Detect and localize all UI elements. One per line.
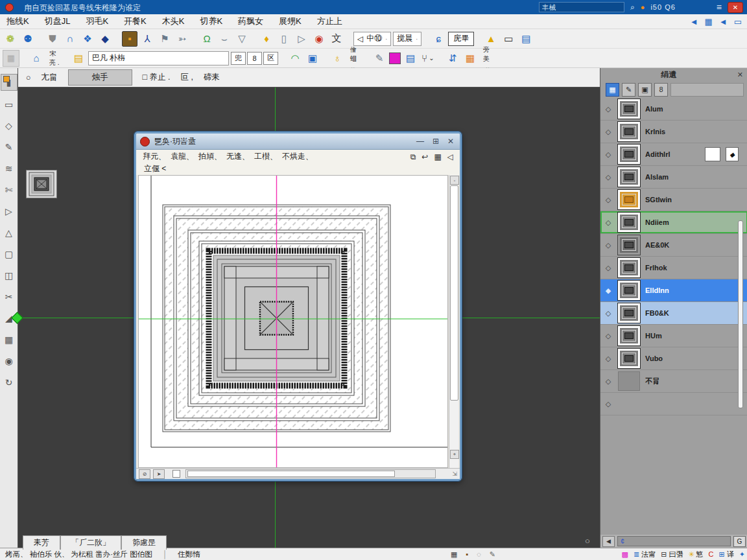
pan-mode-button[interactable]: ⊘	[139, 469, 150, 479]
layer-row[interactable]: ◇ Adithlrl ◆	[600, 143, 747, 166]
toolbar-icon[interactable]: ▽	[234, 31, 250, 47]
status-toggle[interactable]: ▩	[622, 550, 628, 559]
toolbar-icon[interactable]: ⚑	[157, 31, 172, 47]
option-item[interactable]: ○	[26, 73, 31, 82]
drawing-tool-icon[interactable]: ▭	[1, 97, 17, 112]
layer-visibility-diamond[interactable]: ◇	[604, 309, 613, 318]
status-toggle[interactable]: ✳慜	[688, 550, 703, 559]
layer-visibility-diamond[interactable]: ◇	[604, 173, 613, 181]
layer-row[interactable]: ◇ Vubo ◆	[600, 347, 747, 370]
option-item[interactable]: 尢畠	[42, 72, 58, 83]
layer-row[interactable]: ◆ Elldlnn ◆	[600, 279, 747, 302]
layer-row[interactable]: ◇ Alum ◆	[600, 98, 747, 121]
search-input[interactable]	[539, 2, 624, 12]
layer-row[interactable]: ◇ AE&0K ◆	[600, 234, 747, 257]
toolbar-icon[interactable]: ◉	[311, 31, 327, 47]
layer-visibility-diamond[interactable]: ◇	[604, 218, 613, 227]
status-toggle[interactable]: ⊞译	[719, 550, 734, 559]
drawing-tool-icon[interactable]: ◇	[1, 118, 17, 134]
mode-combo[interactable]: 搅晨·	[393, 32, 421, 46]
panel-command-field[interactable]: ¢	[617, 536, 731, 546]
layer-visibility-diamond[interactable]: ◇	[604, 241, 613, 250]
dialog-drawing-sheet[interactable]	[138, 175, 448, 468]
toolbar-icon[interactable]: ▭	[501, 31, 516, 47]
dialog-toolbar-icon[interactable]: ◁	[447, 152, 453, 161]
layer-row[interactable]: ◇ SGtlwin ◆	[600, 189, 747, 211]
dialog-toolbar-icon[interactable]: ↩	[421, 152, 428, 161]
drawing-tool-icon[interactable]: ◫	[1, 268, 17, 283]
close-app-button[interactable]: ✕	[728, 2, 743, 13]
menubar-icon[interactable]: ◄	[690, 17, 698, 27]
layer-visibility-diamond[interactable]: ◇	[604, 332, 613, 340]
layers-panel-header[interactable]: 绢遺 ✕	[600, 68, 747, 81]
small-cell-button[interactable]: 区	[263, 52, 278, 65]
hamburger-menu-icon[interactable]: ≡	[717, 2, 722, 12]
dialog-menu-item[interactable]: 无逢、	[226, 151, 250, 162]
dialog-horizontal-scrollbar[interactable]: ⊘ ➤ ⇲	[136, 468, 460, 479]
status-icon[interactable]: ✎	[490, 550, 495, 559]
titlebar-menu-item[interactable]: 为谁定	[117, 3, 141, 12]
layer-row[interactable]: ◇ 不肙 ◆	[600, 370, 747, 393]
drawing-tool-icon[interactable]: ✎	[1, 139, 17, 155]
toolbar-icon[interactable]: ♦	[259, 31, 274, 47]
layer-thumbnail[interactable]	[618, 371, 640, 391]
layer-row[interactable]: ◇ FB0&K ◆	[600, 302, 747, 325]
menubar-icon[interactable]: ▦	[705, 17, 713, 27]
command-prompt-text[interactable]: 住鄭惰	[178, 550, 200, 559]
layer-row[interactable]: ◇ Frlhok ◆	[600, 257, 747, 279]
layer-thumbnail[interactable]	[618, 235, 640, 255]
layer-thumbnail[interactable]	[618, 349, 640, 368]
status-toggle[interactable]: C	[709, 550, 714, 558]
panel-close-icon[interactable]: ✕	[737, 71, 747, 79]
menu-item[interactable]: 羽毛K	[86, 16, 108, 27]
option-item[interactable]: 叵 ,	[181, 72, 193, 83]
drawing-tool-icon[interactable]: ≋	[1, 161, 17, 176]
toolbar-icon[interactable]: ✎	[372, 51, 387, 66]
horizontal-scroll-thumb[interactable]	[187, 471, 395, 477]
toolbar-icon[interactable]: ♁	[329, 51, 345, 66]
option-item[interactable]: 烛手	[68, 69, 132, 86]
toolbar-icon[interactable]: Ω	[199, 31, 215, 47]
toolbar-icon[interactable]: 文	[329, 31, 344, 47]
dialog-menu-item[interactable]: 不烘走、	[282, 151, 313, 162]
toolbar-icon[interactable]: 旁美 .⌄	[480, 51, 495, 66]
layer-thumbnail[interactable]	[618, 281, 640, 300]
dialog-menu-item[interactable]: 工櫕、	[254, 151, 278, 162]
toolbar-icon[interactable]: ❖	[80, 31, 95, 47]
dialog-window-control-button[interactable]: ⊞	[433, 137, 439, 146]
drawing-tool-icon[interactable]: ◉	[1, 353, 17, 369]
measure-button[interactable]: 庑畢	[448, 32, 474, 46]
layer-row[interactable]: ◇ ◆	[600, 393, 747, 415]
toolbar-icon[interactable]: ⑂⌄	[420, 51, 436, 66]
dialog-menu-item[interactable]: 拜元、	[143, 151, 166, 162]
scroll-up-button[interactable]: ▫	[450, 176, 459, 185]
layer-thumbnail[interactable]	[618, 99, 640, 119]
drawing-tool-icon[interactable]: ▷	[1, 204, 17, 219]
toolbar-icon[interactable]: ▷	[294, 31, 309, 47]
drawing-tool-icon[interactable]: ▮	[1, 74, 18, 91]
layer-visibility-diamond[interactable]: ◇	[604, 377, 613, 386]
toolbar-icon[interactable]: ▤	[518, 31, 534, 47]
layer-row[interactable]: ◇ Ndiiem ◆	[600, 211, 747, 234]
dialog-title-bar[interactable]: 乬奂·玥峕盝 —⊞✕	[136, 134, 460, 150]
option-item[interactable]: □ 养止 .	[143, 72, 171, 83]
layer-row[interactable]: ◇ Alslam ◆	[600, 166, 747, 189]
toolbar-icon[interactable]: 儈蜖 ⌄	[347, 51, 362, 66]
layer-thumbnail[interactable]	[618, 190, 640, 209]
toolbar-icon[interactable]: ⅄	[139, 31, 155, 47]
layer-visibility-diamond[interactable]: ◇	[604, 150, 613, 159]
toolbar-icon[interactable]: ▦	[462, 51, 478, 66]
toolbar-icon[interactable]: ▤	[403, 51, 418, 66]
resize-grip-icon[interactable]: ⇲	[452, 471, 460, 477]
toolbar-icon[interactable]: ❁	[3, 31, 18, 47]
layer-visibility-diamond[interactable]: ◇	[604, 400, 613, 408]
menu-item[interactable]: 方止上	[317, 16, 342, 27]
status-icon[interactable]: ▦	[451, 550, 457, 559]
titlebar-menu-item[interactable]: 甪自页	[24, 3, 47, 12]
status-icon[interactable]: ▪	[466, 550, 468, 559]
color-swatch-white[interactable]	[705, 147, 720, 161]
status-toggle[interactable]: ≣法甯	[634, 550, 656, 559]
menubar-icon[interactable]: ◄	[719, 17, 728, 27]
layer-row[interactable]: ◇ Krlnis ◆	[600, 121, 747, 143]
dialog-vertical-scrollbar[interactable]: ▫ ⋄	[449, 175, 458, 468]
